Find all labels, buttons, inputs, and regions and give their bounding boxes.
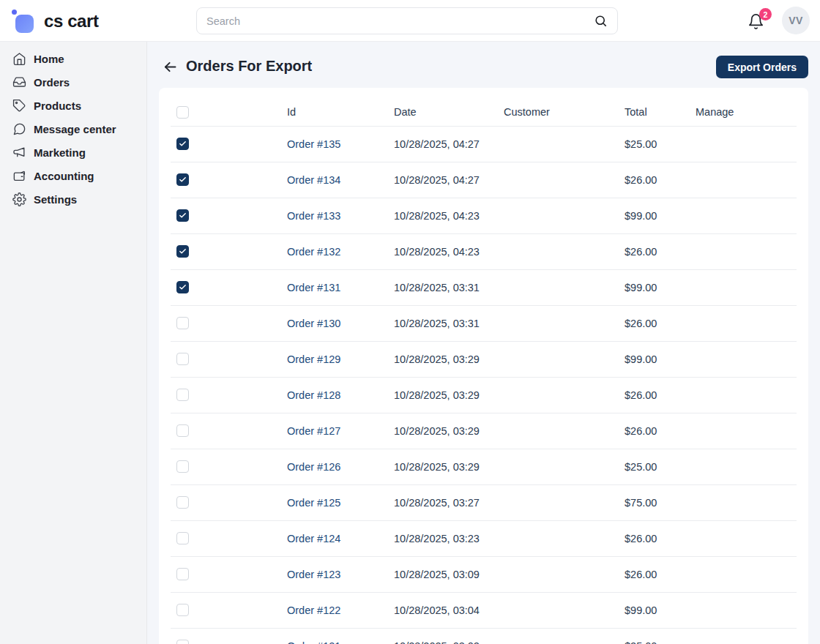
order-date: 10/28/2025, 03:29: [394, 425, 504, 437]
sidebar-item-products[interactable]: Products: [0, 94, 146, 117]
order-link[interactable]: Order #129: [287, 353, 340, 365]
row-checkbox[interactable]: [176, 209, 189, 222]
order-total: $26.00: [625, 533, 696, 544]
order-total: $99.00: [625, 282, 696, 293]
order-link[interactable]: Order #131: [287, 282, 340, 293]
sidebar: Home Orders Products Message center Mark…: [0, 42, 147, 644]
home-icon: [12, 52, 26, 66]
row-checkbox[interactable]: [176, 640, 189, 644]
search-icon: [594, 14, 608, 28]
app-window: cs cart 2 VV Home Orders Products: [0, 0, 820, 644]
order-total: $26.00: [625, 174, 696, 186]
row-checkbox[interactable]: [176, 389, 189, 401]
order-total: $26.00: [625, 246, 696, 258]
sidebar-item-label: Marketing: [34, 146, 86, 159]
orders-icon: [12, 75, 26, 89]
sidebar-item-label: Accounting: [34, 170, 94, 182]
column-header-customer: Customer: [504, 106, 625, 118]
sidebar-item-label: Settings: [34, 193, 77, 206]
accounting-icon: [12, 169, 26, 183]
order-total: $26.00: [625, 389, 696, 401]
column-header-date: Date: [394, 106, 504, 118]
order-date: 10/28/2025, 03:29: [394, 461, 504, 473]
table-row: Order #135 10/28/2025, 04:27 $25.00: [159, 126, 808, 162]
select-all-checkbox[interactable]: [176, 106, 189, 119]
back-button[interactable]: [163, 59, 179, 75]
row-checkbox[interactable]: [176, 245, 189, 258]
check-icon: [179, 176, 187, 184]
table-row: Order #131 10/28/2025, 03:31 $99.00: [159, 269, 808, 305]
settings-icon: [12, 192, 26, 206]
main-content: Orders For Export Export Orders Id Date …: [147, 42, 820, 644]
table-row: Order #133 10/28/2025, 04:23 $99.00: [159, 198, 808, 233]
user-avatar[interactable]: VV: [782, 7, 810, 34]
notifications-button[interactable]: 2: [746, 11, 768, 33]
row-checkbox[interactable]: [176, 568, 189, 580]
order-total: $99.00: [625, 210, 696, 222]
row-checkbox[interactable]: [176, 353, 189, 365]
sidebar-item-label: Message center: [34, 123, 116, 135]
order-date: 10/28/2025, 03:29: [394, 353, 504, 365]
table-row: Order #128 10/28/2025, 03:29 $26.00: [159, 377, 808, 413]
order-link[interactable]: Order #127: [287, 425, 340, 437]
row-checkbox[interactable]: [176, 173, 189, 186]
row-checkbox[interactable]: [176, 424, 189, 437]
order-date: 10/28/2025, 04:27: [394, 174, 504, 186]
check-icon: [179, 283, 187, 291]
column-header-id: Id: [287, 106, 394, 118]
order-date: 10/28/2025, 03:02: [394, 640, 504, 644]
order-link[interactable]: Order #121: [287, 640, 340, 644]
order-link[interactable]: Order #130: [287, 318, 340, 329]
order-link[interactable]: Order #134: [287, 174, 340, 186]
table-row: Order #132 10/28/2025, 04:23 $26.00: [159, 233, 808, 269]
order-date: 10/28/2025, 03:23: [394, 533, 504, 544]
message-center-icon: [12, 122, 26, 136]
row-checkbox[interactable]: [176, 604, 189, 616]
order-link[interactable]: Order #125: [287, 497, 340, 509]
row-checkbox[interactable]: [176, 460, 189, 473]
sidebar-item-label: Products: [34, 100, 81, 112]
table-row: Order #130 10/28/2025, 03:31 $26.00: [159, 305, 808, 341]
table-row: Order #121 10/28/2025, 03:02 $25.00: [159, 628, 808, 644]
order-link[interactable]: Order #126: [287, 461, 340, 473]
sidebar-item-label: Home: [34, 53, 64, 65]
order-link[interactable]: Order #135: [287, 138, 340, 150]
order-total: $26.00: [625, 569, 696, 580]
table-body: Order #135 10/28/2025, 04:27 $25.00 Orde…: [159, 126, 808, 644]
sidebar-item-settings[interactable]: Settings: [0, 187, 146, 211]
sidebar-item-marketing[interactable]: Marketing: [0, 141, 146, 164]
sidebar-item-accounting[interactable]: Accounting: [0, 164, 146, 187]
topbar: cs cart 2 VV: [0, 0, 820, 42]
notification-badge: 2: [759, 8, 772, 20]
table-row: Order #127 10/28/2025, 03:29 $26.00: [159, 413, 808, 449]
order-date: 10/28/2025, 03:09: [394, 569, 504, 580]
order-link[interactable]: Order #123: [287, 569, 340, 580]
row-checkbox[interactable]: [176, 532, 189, 544]
table-row: Order #134 10/28/2025, 04:27 $26.00: [159, 162, 808, 198]
row-checkbox[interactable]: [176, 317, 189, 329]
table-row: Order #125 10/28/2025, 03:27 $75.00: [159, 484, 808, 520]
search-input[interactable]: [206, 15, 594, 27]
order-link[interactable]: Order #132: [287, 246, 340, 258]
orders-table-card: Id Date Customer Total Manage Order #135…: [159, 88, 808, 644]
marketing-icon: [12, 146, 26, 160]
sidebar-item-home[interactable]: Home: [0, 47, 146, 70]
column-header-total: Total: [625, 106, 696, 118]
order-link[interactable]: Order #124: [287, 533, 340, 544]
order-link[interactable]: Order #122: [287, 604, 340, 616]
order-link[interactable]: Order #128: [287, 389, 340, 401]
row-checkbox[interactable]: [176, 496, 189, 509]
check-icon: [179, 211, 187, 220]
arrow-left-icon: [163, 59, 178, 75]
cs-cart-logo[interactable]: cs cart: [12, 0, 99, 42]
export-orders-button[interactable]: Export Orders: [716, 56, 808, 78]
order-total: $25.00: [625, 461, 696, 473]
sidebar-item-message-center[interactable]: Message center: [0, 117, 146, 141]
row-checkbox[interactable]: [176, 138, 189, 150]
row-checkbox[interactable]: [176, 281, 189, 293]
order-date: 10/28/2025, 04:23: [394, 246, 504, 258]
order-link[interactable]: Order #133: [287, 210, 340, 222]
order-date: 10/28/2025, 03:31: [394, 282, 504, 293]
cs-cart-logo-icon: [12, 9, 35, 34]
sidebar-item-orders[interactable]: Orders: [0, 70, 146, 94]
